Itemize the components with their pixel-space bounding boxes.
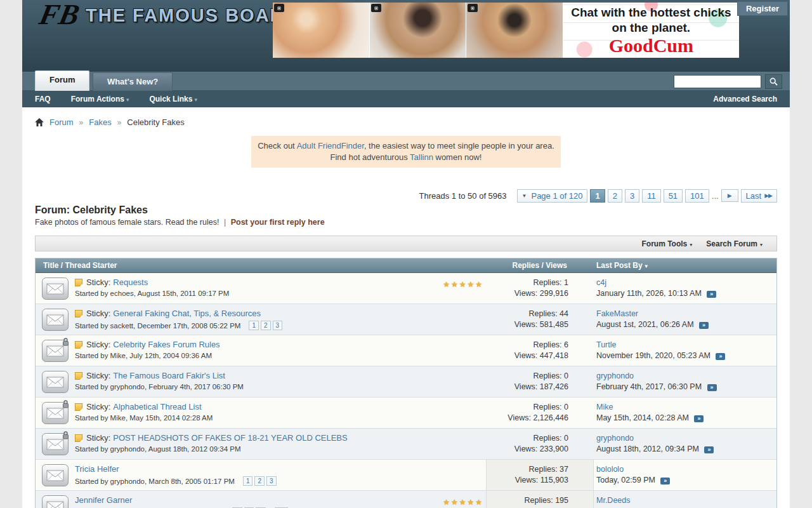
- breadcrumb-forum[interactable]: Forum: [49, 117, 74, 127]
- envelope-icon: [42, 371, 69, 393]
- tab-forum[interactable]: Forum: [35, 70, 89, 91]
- mini-page-button-2[interactable]: 2: [254, 476, 265, 486]
- last-post-user-link[interactable]: FakeMaster: [596, 309, 638, 318]
- ad-text-panel[interactable]: Chat with the hottest chicks on the plan…: [563, 3, 739, 58]
- last-post-user-link[interactable]: Mike: [596, 403, 613, 411]
- next-page-button[interactable]: ▶: [721, 189, 738, 202]
- views-count: Views: 2,126,446: [508, 413, 568, 424]
- faq-link[interactable]: FAQ: [35, 95, 51, 104]
- envelope-icon: [42, 309, 69, 331]
- thread-status-cell: [36, 335, 75, 366]
- thread-row[interactable]: Sticky: Requests Started by echoes, Augu…: [36, 273, 776, 304]
- mini-page-button-1[interactable]: 1: [249, 321, 259, 330]
- search-button[interactable]: [765, 74, 782, 89]
- quick-links-menu[interactable]: Quick Links▾: [149, 95, 197, 104]
- thread-started-by: Started by Mike, July 12th, 2004 09:36 A…: [75, 352, 212, 359]
- goto-last-post-icon[interactable]: »: [707, 384, 717, 391]
- goto-last-post-icon[interactable]: »: [699, 322, 709, 329]
- sticky-note-icon: [75, 434, 82, 442]
- adult-friendfinder-link[interactable]: Adult FriendFinder: [297, 141, 364, 150]
- ad-photo-3[interactable]: [466, 3, 563, 58]
- search-forum-menu[interactable]: Search Forum▾: [706, 239, 763, 248]
- sticky-note-icon: [75, 372, 82, 380]
- breadcrumb-fakes[interactable]: Fakes: [89, 117, 111, 127]
- home-icon[interactable]: [35, 118, 44, 126]
- thread-row[interactable]: Sticky: POST HEADSHOTS OF FAKES OF 18-21…: [36, 428, 776, 459]
- thread-title-link[interactable]: POST HEADSHOTS OF FAKES OF 18-21 YEAR OL…: [113, 433, 347, 443]
- advanced-search-link[interactable]: Advanced Search: [713, 95, 777, 104]
- tallinn-link[interactable]: Tallinn: [410, 152, 433, 162]
- thread-rating: [426, 398, 486, 428]
- goto-last-post-icon[interactable]: »: [716, 353, 725, 360]
- thread-row[interactable]: Sticky: General Faking Chat, Tips, & Res…: [36, 304, 776, 335]
- forum-actions-menu[interactable]: Forum Actions▾: [71, 95, 129, 104]
- thread-title-link[interactable]: Jennifer Garner: [75, 495, 132, 505]
- mini-page-button-2[interactable]: 2: [261, 321, 271, 330]
- replies-count: Replies: 195: [525, 495, 569, 506]
- thread-row[interactable]: Sticky: Alphabetical Thread List Started…: [36, 397, 776, 428]
- page-select-dropdown[interactable]: ▼ Page 1 of 120: [517, 189, 588, 203]
- thread-row[interactable]: Sticky: Celebrity Fakes Forum Rules Star…: [36, 335, 776, 366]
- last-post-user-link[interactable]: gryphondo: [596, 371, 634, 380]
- pagination-bar: Threads 1 to 50 of 5963 ▼ Page 1 of 120 …: [35, 188, 777, 203]
- last-post-user-link[interactable]: c4j: [596, 278, 606, 287]
- sort-replies-header[interactable]: Replies / Views: [426, 261, 594, 270]
- thread-status-cell: [36, 304, 75, 335]
- goto-last-post-icon[interactable]: »: [660, 478, 670, 485]
- thread-title-link[interactable]: Requests: [113, 277, 148, 287]
- mini-page-button-1[interactable]: 1: [243, 476, 253, 486]
- star-icon: ★: [467, 280, 475, 289]
- page-button-3[interactable]: 3: [625, 189, 639, 203]
- forum-tools-menu[interactable]: Forum Tools▾: [641, 239, 692, 248]
- page-button-2[interactable]: 2: [608, 189, 622, 203]
- search-input[interactable]: [674, 75, 761, 88]
- thread-title-link[interactable]: The Famous Board Fakir's List: [113, 371, 225, 380]
- thread-row[interactable]: Sticky: Jennifer Garner Started by vman,…: [36, 490, 776, 508]
- star-icon: ★: [443, 498, 451, 507]
- sticky-prefix: Sticky:: [86, 340, 110, 349]
- last-post-user-link[interactable]: Turtle: [596, 340, 617, 349]
- thread-row[interactable]: Sticky: Tricia Helfer Started by gryphon…: [36, 459, 776, 490]
- last-post-user-link[interactable]: Mr.Deeds: [596, 496, 631, 505]
- thread-replies-views: Replies: 6 Views: 447,418: [486, 335, 594, 366]
- breadcrumb-current: Celebrity Fakes: [127, 117, 184, 127]
- mini-page-button-3[interactable]: 3: [266, 476, 277, 486]
- page-button-51[interactable]: 51: [664, 189, 683, 203]
- sort-lastpost-header[interactable]: Last Post By▼: [594, 261, 776, 270]
- last-page-button[interactable]: Last ▶▶: [741, 189, 777, 203]
- thread-title-link[interactable]: Alphabetical Thread List: [113, 402, 201, 411]
- nav-tab-bar: Forum What's New?: [22, 72, 790, 90]
- last-post-user-link[interactable]: bolololo: [596, 465, 624, 474]
- thread-title-link[interactable]: Celebrity Fakes Forum Rules: [113, 340, 219, 349]
- page-button-1[interactable]: 1: [590, 189, 605, 203]
- page-button-101[interactable]: 101: [685, 189, 709, 203]
- goto-last-post-icon[interactable]: »: [694, 415, 704, 422]
- mini-page-button-3[interactable]: 3: [273, 321, 283, 330]
- thread-last-post: gryphondo February 4th, 2017, 06:30 PM »: [594, 366, 776, 397]
- ad-brand[interactable]: GoodCum: [609, 36, 693, 56]
- last-post-user-link[interactable]: gryphondo: [596, 434, 634, 443]
- thread-status-cell: [36, 460, 75, 490]
- page-button-11[interactable]: 11: [642, 189, 661, 203]
- ad-photo-2[interactable]: [370, 3, 467, 58]
- thread-row[interactable]: Sticky: The Famous Board Fakir's List St…: [36, 366, 776, 397]
- thread-last-post: c4j January 11th, 2026, 10:13 AM »: [594, 273, 776, 304]
- site-header: FB THE FAMOUS BOARD Chat with the hottes…: [22, 0, 790, 72]
- ad-photo-1[interactable]: [273, 3, 370, 58]
- thread-title-link[interactable]: General Faking Chat, Tips, & Resources: [113, 309, 261, 318]
- register-button[interactable]: Register: [737, 1, 788, 16]
- thread-rating: [426, 429, 486, 459]
- thread-title-link[interactable]: Tricia Helfer: [75, 464, 119, 474]
- last-post-date: August 1st, 2021, 06:26 AM: [596, 320, 696, 329]
- post-first-reply-link[interactable]: Post your first reply here: [231, 218, 325, 227]
- goto-last-post-icon[interactable]: »: [704, 446, 714, 453]
- views-count: Views: 581,485: [514, 319, 568, 330]
- ad-banner[interactable]: Chat with the hottest chicks on the plan…: [273, 3, 739, 58]
- chevron-down-icon: ▼: [522, 193, 527, 199]
- chevron-down-icon: ▾: [126, 97, 129, 103]
- thread-replies-views: Replies: 195 Views: 481,349: [486, 491, 594, 508]
- sort-title-header[interactable]: Title / Thread Starter: [36, 261, 426, 270]
- tab-whats-new[interactable]: What's New?: [93, 72, 173, 91]
- goto-last-post-icon[interactable]: »: [707, 291, 716, 298]
- sticky-prefix: Sticky:: [86, 402, 110, 411]
